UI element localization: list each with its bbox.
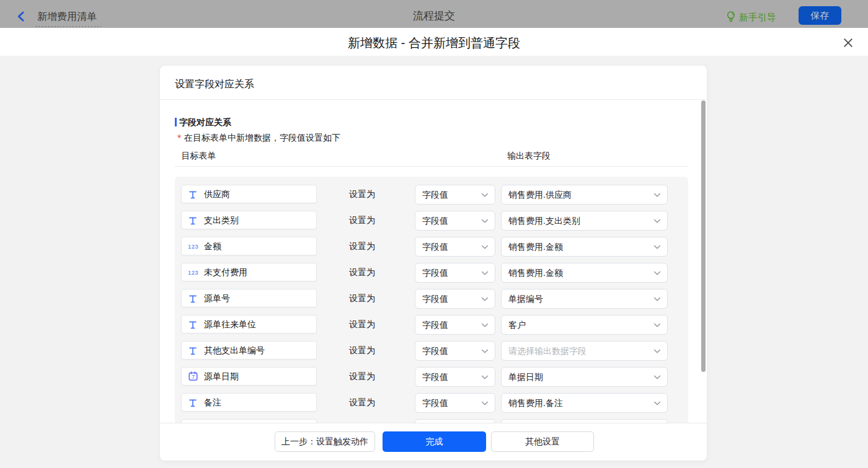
svg-text:7: 7 [192, 374, 195, 380]
